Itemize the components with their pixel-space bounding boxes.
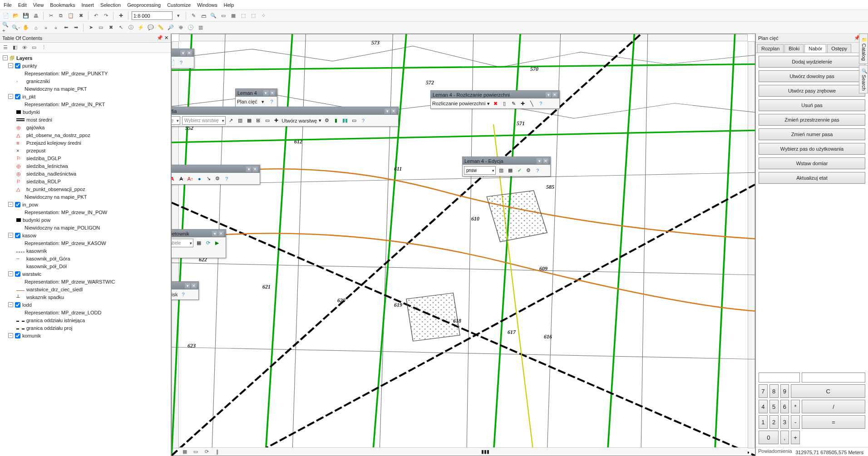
- layer-item[interactable]: granica oddziału istniejąca: [26, 318, 85, 323]
- close-icon[interactable]: ✕: [164, 35, 168, 41]
- expand-icon[interactable]: −: [8, 333, 13, 338]
- float-rozliczanie[interactable]: Leman 4 - Rozliczanie powierzchni▾✕ Rozl…: [430, 90, 560, 109]
- select-features-icon[interactable]: ▭: [97, 24, 105, 32]
- layer-item[interactable]: pkt_obserw_na_dostrz_ppoz: [26, 132, 90, 138]
- layer-group[interactable]: warstwic: [22, 271, 41, 277]
- delete-icon[interactable]: ✖: [77, 12, 85, 20]
- layer-item[interactable]: budynki pow: [23, 217, 50, 223]
- expand-icon[interactable]: −: [8, 94, 13, 99]
- list-by-selection-icon[interactable]: ▭: [30, 44, 38, 52]
- square-icon[interactable]: ▦: [246, 117, 253, 124]
- pause-icon[interactable]: ‖: [213, 448, 222, 456]
- calc-display2[interactable]: [802, 373, 865, 382]
- prev-extent-icon[interactable]: ⬅: [62, 24, 70, 32]
- calc-6[interactable]: 6: [780, 400, 789, 413]
- identify-icon[interactable]: ⓘ: [127, 24, 135, 32]
- float-close-icon[interactable]: ✕: [187, 50, 192, 56]
- float-drop-icon[interactable]: ▾: [180, 50, 186, 56]
- float-drop-icon[interactable]: ▾: [246, 167, 252, 172]
- expand-icon[interactable]: −: [8, 202, 13, 207]
- float-close-icon[interactable]: ✕: [543, 158, 548, 164]
- layer-item[interactable]: siedziba_nadleśnictwa: [26, 171, 76, 177]
- dataview-icon[interactable]: ▦: [181, 448, 189, 456]
- float-opisy[interactable]: Leman 4 - Opisy▾✕ U MP ODDZIAL A A A↑ ● …: [171, 165, 260, 185]
- calc-5[interactable]: 5: [769, 400, 779, 413]
- layer-group[interactable]: kasow: [22, 233, 36, 238]
- layer-item[interactable]: siedziba_RDLP: [26, 179, 61, 184]
- side-tab-catalog[interactable]: 📁 Catalog: [859, 34, 868, 64]
- menu-insert[interactable]: Insert: [81, 2, 94, 8]
- slash-icon[interactable]: ╲: [528, 100, 535, 107]
- zoomin-icon[interactable]: 🔍+: [2, 24, 10, 32]
- zoomout-icon[interactable]: 🔍-: [12, 24, 20, 32]
- float-close-icon[interactable]: ✕: [218, 231, 224, 236]
- measure-icon[interactable]: 📏: [157, 24, 165, 32]
- refresh-icon[interactable]: ⟳: [202, 448, 211, 456]
- layer-item[interactable]: siedziba_DGLP: [26, 156, 61, 161]
- grid-icon[interactable]: ▦: [507, 167, 514, 174]
- expand-icon[interactable]: −: [8, 233, 13, 238]
- hyperlink-icon[interactable]: ⚡: [137, 24, 145, 32]
- layoutview-icon[interactable]: ▭: [192, 448, 200, 456]
- new-icon[interactable]: 📄: [2, 12, 10, 20]
- a-up-icon[interactable]: A↑: [187, 175, 194, 182]
- layer-checkbox[interactable]: [15, 302, 20, 308]
- btn-utworz-dowolny-pas[interactable]: Utwórz dowolny pas: [759, 70, 865, 82]
- menu-customize[interactable]: Customize: [167, 2, 191, 8]
- float-drop[interactable]: Leman 4▾✕ Plan cięć▾ ?: [235, 88, 277, 107]
- full-extent-icon[interactable]: ⌂: [32, 24, 40, 32]
- tool2-icon[interactable]: ⚙: [214, 175, 221, 182]
- frame-icon[interactable]: ▭: [264, 117, 271, 124]
- layer-checkbox[interactable]: [15, 63, 20, 69]
- search-icon[interactable]: 🔍: [209, 12, 217, 20]
- blue-icon[interactable]: ▮▮: [341, 117, 349, 124]
- calc-3[interactable]: 3: [780, 415, 789, 429]
- layer-item[interactable]: gajówka: [26, 125, 44, 130]
- float-drop-icon[interactable]: ▾: [385, 108, 390, 114]
- undo-icon[interactable]: ↶: [92, 12, 100, 20]
- combo-pnsw[interactable]: pnsw: [464, 166, 496, 175]
- layer-group[interactable]: in_pkt: [22, 94, 35, 99]
- viewer-icon[interactable]: ▥: [197, 24, 205, 32]
- float-drop-icon[interactable]: ▾: [546, 92, 551, 98]
- btn-zmien-przestrzennie[interactable]: Zmień przestrzennie pas: [759, 114, 865, 126]
- menu-bookmarks[interactable]: Bookmarks: [50, 2, 75, 8]
- create-layer-button[interactable]: Utwórz warstwę: [282, 118, 317, 123]
- calc-display[interactable]: [759, 373, 800, 382]
- btn-wstaw-domiar[interactable]: Wstaw domiar: [759, 157, 865, 169]
- refresh-icon[interactable]: ⟳: [204, 240, 212, 247]
- toc-tree[interactable]: − 🗐 Layers− punktyRepresentation: MP_drz…: [0, 53, 171, 456]
- float-drop-icon[interactable]: ▾: [537, 158, 542, 164]
- float-close-icon[interactable]: ✕: [191, 283, 197, 289]
- find-icon[interactable]: 🔎: [167, 24, 175, 32]
- menu-help[interactable]: Help: [224, 2, 234, 8]
- catalog-icon[interactable]: 🗃: [199, 12, 207, 20]
- layer-checkbox[interactable]: [15, 202, 20, 207]
- layer-group[interactable]: lodd: [22, 302, 32, 308]
- float-edycja[interactable]: Leman 4 - Edycja▾✕ pnsw ▥ ▦ ✓ ⚙ ?: [462, 157, 551, 177]
- btn-dodaj-wydzielenie[interactable]: Dodaj wydzielenie: [759, 56, 865, 68]
- calc-plus[interactable]: +: [791, 431, 800, 444]
- float-close-icon[interactable]: ✕: [270, 90, 275, 96]
- layer-checkbox[interactable]: [15, 233, 20, 238]
- float-etykietownik[interactable]: Leman 4 - Etykietownik▾✕ warstwy tabele …: [171, 229, 226, 258]
- open-icon[interactable]: 📂: [12, 12, 20, 20]
- btn-utworz-pasy-zrebowe[interactable]: Utwórz pasy zrębowe: [759, 85, 865, 97]
- redo-icon[interactable]: ↷: [102, 12, 110, 20]
- misc-icon[interactable]: ⁘: [259, 12, 267, 20]
- add-data-icon[interactable]: ✚: [117, 12, 125, 20]
- circle-icon[interactable]: ●: [196, 175, 203, 182]
- help-icon[interactable]: ?: [178, 59, 185, 66]
- plus-icon[interactable]: ✚: [519, 100, 526, 107]
- layer-item[interactable]: siedziba_leśnictwa: [26, 163, 68, 169]
- float-drop-icon[interactable]: ▾: [263, 90, 269, 96]
- float-drop-icon[interactable]: ▾: [185, 283, 190, 289]
- btn-zmien-numer[interactable]: Zmień numer pasa: [759, 128, 865, 140]
- layer-item[interactable]: graniczniki: [26, 78, 50, 84]
- combo-layer[interactable]: Wybierz warstwę: [182, 116, 225, 125]
- menu-view[interactable]: View: [33, 2, 44, 8]
- layer-checkbox[interactable]: [15, 333, 20, 338]
- list-by-visibility-icon[interactable]: 👁: [20, 44, 29, 52]
- float-drop-icon[interactable]: ▾: [212, 231, 217, 236]
- float-kartografia[interactable]: Leman 4 - Kartografia▾✕ U Wybierz mapę W…: [171, 107, 399, 127]
